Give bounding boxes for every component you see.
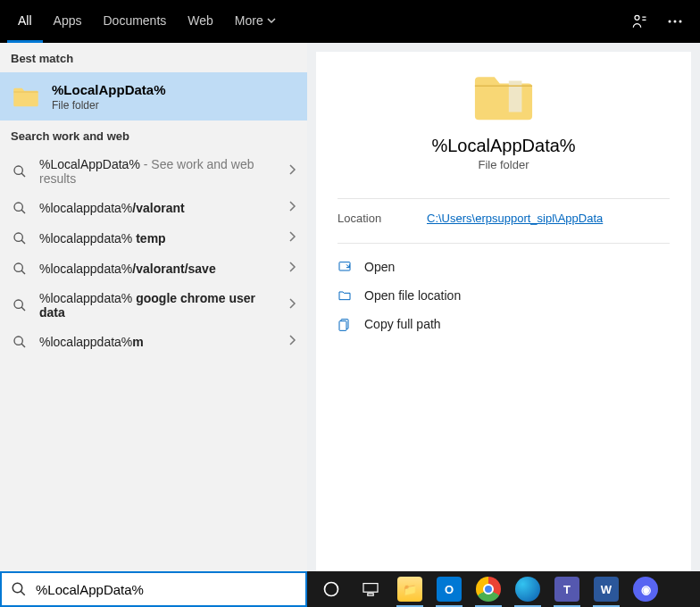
svg-point-5: [14, 203, 22, 211]
action-open-location[interactable]: Open file location: [338, 281, 670, 310]
location-label: Location: [338, 212, 427, 225]
details-title: %LocalAppData%: [431, 136, 575, 156]
chevron-right-icon: [288, 200, 296, 216]
results-panel: Best match %LocalAppData% File folder Se…: [0, 43, 307, 571]
svg-point-9: [14, 337, 22, 345]
search-icon: [11, 335, 29, 349]
chevron-down-icon: [267, 16, 276, 25]
open-icon: [338, 260, 352, 274]
svg-rect-16: [363, 584, 378, 593]
suggestion-item[interactable]: %localappdata%m: [0, 327, 307, 357]
more-options-icon[interactable]: [657, 4, 693, 39]
suggestion-text: %localappdata% google chrome user data: [39, 291, 277, 320]
svg-rect-13: [339, 321, 346, 331]
folder-icon: [11, 81, 41, 112]
svg-point-4: [14, 166, 22, 174]
folder-large-icon: [472, 70, 535, 123]
action-open-label: Open: [364, 260, 395, 274]
suggestion-text: %localappdata%m: [39, 335, 277, 349]
taskbar-discord[interactable]: ◉: [627, 571, 664, 607]
taskbar-task-view[interactable]: [352, 571, 389, 607]
search-input[interactable]: [36, 582, 296, 597]
search-tab-bar: All Apps Documents Web More: [0, 0, 700, 43]
svg-point-0: [635, 15, 639, 20]
svg-point-8: [14, 300, 22, 308]
details-subtitle: File folder: [478, 158, 529, 171]
suggestion-text: %localappdata% temp: [39, 231, 277, 245]
best-match-item[interactable]: %LocalAppData% File folder: [0, 72, 307, 121]
taskbar: 📁 O T W ◉: [307, 571, 700, 607]
svg-point-1: [669, 21, 671, 23]
suggestion-item[interactable]: %localappdata%/valorant: [0, 193, 307, 223]
taskbar-file-explorer[interactable]: 📁: [391, 571, 429, 607]
chevron-right-icon: [288, 297, 296, 313]
action-copy-path[interactable]: Copy full path: [338, 310, 670, 338]
suggestion-text: %localappdata%/valorant/save: [39, 262, 277, 276]
search-icon: [11, 201, 29, 215]
suggestion-item[interactable]: %LocalAppData% - See work and web result…: [0, 150, 307, 193]
tab-more-label: More: [235, 13, 263, 28]
tab-all[interactable]: All: [7, 0, 43, 43]
search-box[interactable]: [0, 571, 307, 607]
action-open[interactable]: Open: [338, 253, 670, 281]
svg-point-15: [325, 583, 338, 596]
details-panel: %LocalAppData% File folder Location C:\U…: [316, 52, 691, 571]
taskbar-chrome[interactable]: [470, 571, 507, 607]
taskbar-word[interactable]: W: [588, 571, 625, 607]
search-icon: [11, 298, 29, 312]
folder-open-icon: [338, 288, 352, 303]
tab-documents[interactable]: Documents: [92, 0, 177, 43]
tab-web[interactable]: Web: [177, 0, 224, 43]
chevron-right-icon: [288, 163, 296, 179]
taskbar-cortana[interactable]: [312, 571, 350, 607]
taskbar-edge[interactable]: [509, 571, 546, 607]
best-match-title: %LocalAppData%: [52, 82, 166, 97]
taskbar-teams[interactable]: T: [548, 571, 586, 607]
chevron-right-icon: [288, 334, 296, 350]
best-match-subtitle: File folder: [52, 99, 166, 112]
copy-icon: [338, 317, 352, 331]
svg-point-14: [12, 583, 22, 593]
suggestion-item[interactable]: %localappdata%/valorant/save: [0, 254, 307, 284]
suggestion-text: %localappdata%/valorant: [39, 201, 277, 215]
svg-point-7: [14, 263, 22, 271]
search-icon: [11, 231, 29, 245]
suggestion-text: %LocalAppData% - See work and web result…: [39, 157, 277, 186]
taskbar-outlook[interactable]: O: [430, 571, 468, 607]
chevron-right-icon: [288, 230, 296, 246]
tab-apps[interactable]: Apps: [43, 0, 93, 43]
chevron-right-icon: [288, 261, 296, 277]
action-copy-path-label: Copy full path: [364, 317, 441, 331]
section-best-match: Best match: [0, 43, 307, 72]
feedback-icon[interactable]: [621, 4, 657, 39]
svg-point-2: [674, 21, 677, 23]
svg-point-6: [14, 233, 22, 241]
suggestion-item[interactable]: %localappdata% google chrome user data: [0, 284, 307, 327]
action-open-location-label: Open file location: [364, 288, 461, 303]
search-icon: [11, 164, 29, 179]
location-link[interactable]: C:\Users\erpsupport_sipl\AppData: [427, 212, 603, 225]
suggestion-item[interactable]: %localappdata% temp: [0, 223, 307, 254]
section-search-web: Search work and web: [0, 121, 307, 150]
svg-point-3: [679, 21, 682, 23]
tab-more[interactable]: More: [224, 0, 287, 43]
svg-rect-17: [368, 594, 373, 595]
search-icon: [11, 262, 29, 276]
search-icon: [11, 581, 27, 597]
